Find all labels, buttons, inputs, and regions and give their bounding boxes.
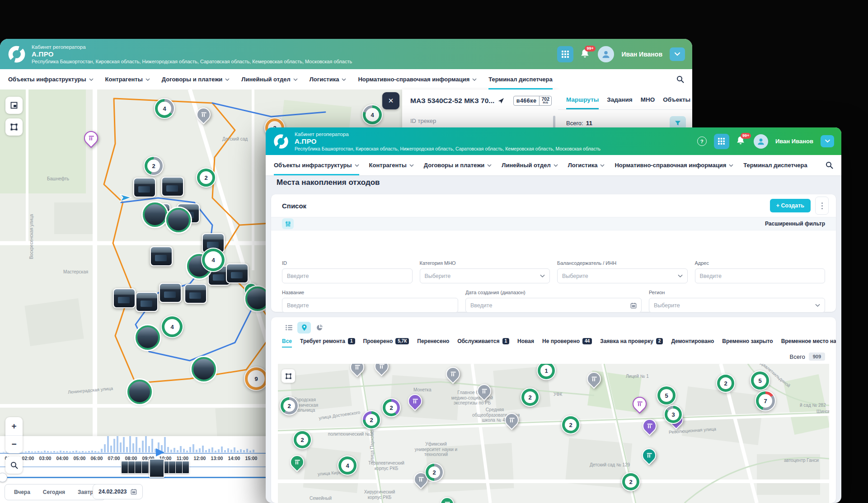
status-tab-4[interactable]: Обслуживается1 bbox=[457, 338, 509, 344]
avatar[interactable] bbox=[754, 134, 768, 149]
cluster-marker[interactable]: 2 bbox=[716, 374, 735, 393]
notifications-button[interactable]: 99+ bbox=[737, 136, 746, 147]
zoom-in-button[interactable] bbox=[5, 417, 23, 436]
nav-item-4[interactable]: Логистика bbox=[310, 69, 347, 89]
photo-marker[interactable] bbox=[113, 288, 136, 308]
panel-tab-2[interactable]: МНО bbox=[641, 89, 655, 109]
vehicle-panel-close-button[interactable] bbox=[382, 92, 399, 109]
cluster-marker[interactable]: 2 bbox=[561, 415, 580, 434]
photo-circle-marker[interactable] bbox=[127, 380, 152, 404]
search-icon[interactable] bbox=[676, 75, 684, 83]
nav-item-4[interactable]: Логистика bbox=[568, 155, 605, 175]
nav-item-1[interactable]: Контрагенты bbox=[369, 155, 414, 175]
photo-circle-marker[interactable] bbox=[136, 325, 160, 350]
status-tab-2[interactable]: Проверено5,7К bbox=[363, 338, 409, 344]
field-input[interactable]: Выберите bbox=[420, 268, 550, 283]
photo-circle-marker[interactable] bbox=[192, 357, 216, 381]
cluster-marker[interactable]: 9 bbox=[244, 367, 268, 391]
strip-photo[interactable] bbox=[141, 461, 149, 474]
filter-settings-button[interactable] bbox=[282, 218, 294, 229]
nav-item-0[interactable]: Объекты инфраструктуры bbox=[8, 69, 94, 89]
nav-item-3[interactable]: Линейный отдел bbox=[502, 155, 558, 175]
cluster-marker[interactable]: 5 bbox=[750, 371, 770, 390]
cluster-marker[interactable]: 2 bbox=[521, 388, 540, 407]
avatar[interactable] bbox=[598, 46, 614, 62]
cluster-marker[interactable]: 2 bbox=[196, 168, 216, 188]
field-input[interactable]: Введите bbox=[282, 298, 458, 313]
nav-item-6[interactable]: Терминал диспетчера bbox=[488, 69, 553, 89]
cluster-marker[interactable]: 4 bbox=[362, 104, 383, 125]
user-menu-button[interactable] bbox=[670, 47, 685, 61]
advanced-filter-link[interactable]: Расширенный фильтр bbox=[765, 221, 825, 227]
map-select-area-button[interactable] bbox=[5, 118, 23, 136]
apps-grid-button[interactable] bbox=[714, 134, 729, 149]
map-select-area-button[interactable] bbox=[282, 369, 295, 383]
nav-item-5[interactable]: Нормативно-справочная информация bbox=[615, 155, 733, 175]
photo-marker[interactable] bbox=[226, 263, 249, 283]
range-button-1[interactable]: Сегодня bbox=[37, 489, 71, 495]
cluster-marker[interactable]: 2 bbox=[362, 410, 381, 429]
status-tab-0[interactable]: Все bbox=[282, 338, 292, 344]
status-tab-1[interactable]: Требует ремонта1 bbox=[300, 338, 355, 344]
field-input[interactable]: Выберите bbox=[649, 298, 825, 313]
cluster-marker[interactable]: 2 bbox=[280, 396, 299, 415]
cluster-marker[interactable]: 3 bbox=[664, 405, 683, 424]
user-menu-button[interactable] bbox=[821, 135, 834, 147]
create-button[interactable]: + Создать bbox=[770, 199, 811, 212]
cluster-marker[interactable]: 4 bbox=[161, 315, 183, 338]
cluster-marker[interactable]: 4 bbox=[201, 248, 225, 272]
notifications-button[interactable]: 99+ bbox=[581, 49, 591, 60]
cluster-marker[interactable]: 4 bbox=[154, 98, 175, 119]
photo-marker[interactable] bbox=[133, 178, 156, 197]
timeline-slider-handle[interactable] bbox=[0, 473, 7, 482]
cluster-marker[interactable]: 2 bbox=[144, 156, 164, 176]
status-tab-7[interactable]: Заявка на проверку2 bbox=[600, 338, 663, 344]
strip-photo[interactable] bbox=[175, 461, 183, 474]
nav-item-3[interactable]: Линейный отдел bbox=[241, 69, 297, 89]
field-input[interactable]: Выберите bbox=[557, 268, 688, 283]
nav-item-1[interactable]: Контрагенты bbox=[105, 69, 150, 89]
status-tab-9[interactable]: Временно закрыто bbox=[722, 338, 773, 344]
strip-photo[interactable] bbox=[128, 461, 135, 474]
search-icon[interactable] bbox=[826, 161, 833, 169]
map-view-button[interactable] bbox=[297, 322, 311, 334]
strip-photo[interactable] bbox=[169, 461, 176, 474]
nav-item-5[interactable]: Нормативно-справочная информация bbox=[358, 69, 477, 89]
photo-marker[interactable] bbox=[184, 284, 207, 304]
field-input[interactable]: Введите bbox=[695, 268, 826, 283]
zoom-out-button[interactable] bbox=[5, 436, 23, 454]
photo-marker[interactable] bbox=[136, 292, 158, 312]
nav-item-2[interactable]: Договоры и платежи bbox=[424, 155, 492, 175]
strip-photo[interactable] bbox=[135, 461, 142, 474]
locate-arrow-icon[interactable] bbox=[498, 98, 504, 104]
date-picker-button[interactable]: 24.02.2023 bbox=[93, 484, 143, 499]
help-button[interactable] bbox=[697, 136, 707, 146]
cluster-marker[interactable]: 5 bbox=[657, 385, 676, 405]
cluster-marker[interactable]: 2 bbox=[382, 398, 401, 417]
strip-photo[interactable] bbox=[121, 461, 128, 474]
photo-circle-marker[interactable] bbox=[166, 208, 191, 232]
photo-marker[interactable] bbox=[161, 177, 184, 197]
strip-photo-selected[interactable] bbox=[149, 459, 164, 478]
playhead-icon[interactable] bbox=[156, 448, 165, 458]
cluster-marker[interactable]: 2 bbox=[425, 463, 444, 482]
cluster-marker[interactable]: 7 bbox=[755, 390, 776, 411]
cluster-marker[interactable]: 2 bbox=[621, 472, 640, 491]
status-tab-6[interactable]: Не проверено44 bbox=[542, 338, 592, 344]
panel-tab-3[interactable]: Объекты bbox=[663, 89, 690, 109]
photo-circle-marker[interactable] bbox=[143, 202, 167, 227]
strip-photo[interactable] bbox=[182, 461, 189, 474]
cluster-marker[interactable]: 4 bbox=[338, 456, 357, 475]
photo-marker[interactable] bbox=[159, 283, 182, 303]
more-actions-button[interactable] bbox=[815, 197, 829, 215]
list-view-button[interactable] bbox=[282, 322, 296, 334]
range-button-0[interactable]: Вчера bbox=[8, 489, 37, 495]
nav-item-6[interactable]: Терминал диспетчера bbox=[743, 155, 807, 175]
nav-item-0[interactable]: Объекты инфраструктуры bbox=[274, 155, 359, 175]
panel-tab-0[interactable]: Маршруты bbox=[566, 89, 599, 109]
waste-places-map[interactable]: МонеткаГлавное бюро медико-социальной эк… bbox=[278, 364, 829, 503]
status-tab-5[interactable]: Новая bbox=[517, 338, 534, 344]
panel-tab-1[interactable]: Задания bbox=[607, 89, 632, 109]
map-search-button[interactable] bbox=[5, 456, 23, 474]
field-input[interactable]: Введите bbox=[465, 298, 642, 313]
